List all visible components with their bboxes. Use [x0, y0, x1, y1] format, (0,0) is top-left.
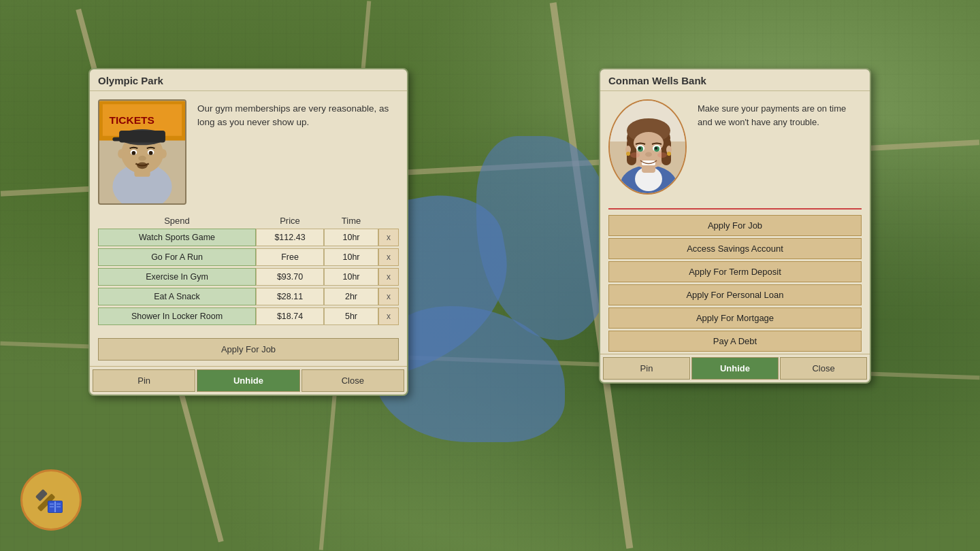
- panel-footer-left: Pin Unhide Close: [90, 366, 407, 395]
- activity-name-1[interactable]: Go For A Run: [98, 248, 256, 266]
- activity-remove-4[interactable]: x: [378, 307, 399, 325]
- svg-rect-8: [119, 131, 165, 142]
- activity-price-0: $112.43: [256, 229, 324, 246]
- panel-footer-right: Pin Unhide Close: [600, 354, 870, 382]
- table-row: Exercise In Gym $93.70 10hr x: [98, 268, 399, 286]
- bank-button-5[interactable]: Pay A Debt: [608, 331, 862, 352]
- speech-bubble-gym: Our gym memberships are very reasonable,…: [197, 99, 399, 130]
- col-price: Price: [256, 216, 324, 226]
- speech-bubble-bank: Make sure your payments are on time and …: [698, 99, 862, 129]
- close-button-left[interactable]: Close: [301, 369, 404, 392]
- bank-top-section: Make sure your payments are on time and …: [600, 91, 870, 203]
- pin-button-left[interactable]: Pin: [93, 369, 195, 392]
- panel-top-section: TICKETS: [90, 91, 407, 213]
- pin-button-right[interactable]: Pin: [603, 357, 690, 380]
- activity-remove-1[interactable]: x: [378, 248, 399, 266]
- bank-button-2[interactable]: Apply For Term Deposit: [608, 261, 862, 282]
- unhide-button-right[interactable]: Unhide: [691, 357, 779, 380]
- bottom-left-icon[interactable]: [20, 469, 82, 531]
- bank-character-portrait: [608, 99, 687, 195]
- activity-price-2: $93.70: [256, 268, 324, 286]
- activity-time-3: 2hr: [324, 288, 378, 305]
- svg-point-15: [137, 163, 148, 169]
- apply-for-job-button-left[interactable]: Apply For Job: [98, 338, 399, 361]
- activity-remove-2[interactable]: x: [378, 268, 399, 286]
- svg-rect-9: [112, 137, 122, 141]
- svg-point-35: [645, 152, 652, 157]
- activities-table: Spend Price Time Watch Sports Game $112.…: [90, 213, 407, 335]
- col-spend: Spend: [98, 216, 256, 226]
- activity-time-0: 10hr: [324, 229, 378, 246]
- svg-text:TICKETS: TICKETS: [110, 114, 154, 126]
- svg-point-14: [138, 156, 146, 161]
- table-row: Eat A Snack $28.11 2hr x: [98, 288, 399, 305]
- character-portrait-gym: TICKETS: [98, 99, 186, 205]
- svg-point-34: [655, 147, 657, 150]
- col-x: [378, 216, 399, 226]
- unhide-button-left[interactable]: Unhide: [197, 369, 299, 392]
- activity-price-4: $18.74: [256, 307, 324, 325]
- svg-point-41: [626, 152, 630, 156]
- activity-name-2[interactable]: Exercise In Gym: [98, 268, 256, 286]
- activity-price-3: $28.11: [256, 288, 324, 305]
- svg-point-17: [160, 149, 167, 158]
- activity-remove-3[interactable]: x: [378, 288, 399, 305]
- activity-name-3[interactable]: Eat A Snack: [98, 288, 256, 305]
- olympic-park-panel: Olympic Park TICKETS: [88, 68, 408, 396]
- panel-title-left: Olympic Park: [90, 69, 407, 91]
- activity-remove-0[interactable]: x: [378, 229, 399, 246]
- svg-point-38: [657, 152, 667, 158]
- bank-button-0[interactable]: Apply For Job: [608, 215, 862, 236]
- activity-time-2: 10hr: [324, 268, 378, 286]
- activity-time-4: 5hr: [324, 307, 378, 325]
- svg-point-13: [149, 151, 153, 155]
- svg-point-12: [131, 151, 135, 155]
- activity-name-4[interactable]: Shower In Locker Room: [98, 307, 256, 325]
- bank-button-1[interactable]: Access Savings Account: [608, 238, 862, 259]
- bank-panel: Conman Wells Bank: [599, 68, 871, 384]
- table-row: Shower In Locker Room $18.74 5hr x: [98, 307, 399, 325]
- svg-point-37: [630, 152, 640, 158]
- bank-button-3[interactable]: Apply For Personal Loan: [608, 284, 862, 305]
- svg-point-42: [667, 152, 671, 156]
- table-row: Go For A Run Free 10hr x: [98, 248, 399, 266]
- table-row: Watch Sports Game $112.43 10hr x: [98, 229, 399, 246]
- close-button-right[interactable]: Close: [780, 357, 867, 380]
- svg-point-33: [638, 147, 641, 150]
- col-time: Time: [324, 216, 378, 226]
- panel-title-right: Conman Wells Bank: [600, 69, 870, 91]
- activity-time-1: 10hr: [324, 248, 378, 266]
- panel-divider: [608, 208, 862, 210]
- bank-button-4[interactable]: Apply For Mortgage: [608, 307, 862, 329]
- table-header: Spend Price Time: [98, 213, 399, 229]
- activity-price-1: Free: [256, 248, 324, 266]
- svg-point-16: [118, 149, 125, 158]
- activity-name-0[interactable]: Watch Sports Game: [98, 229, 256, 246]
